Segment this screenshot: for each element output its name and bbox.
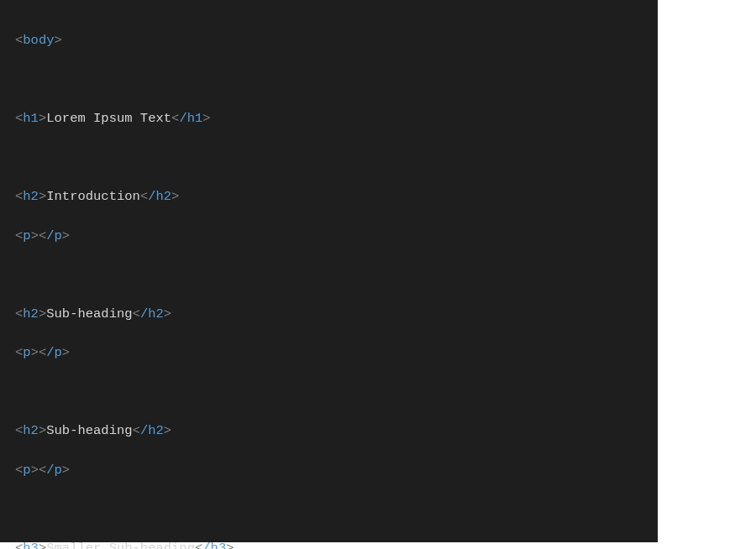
blank-line: [15, 383, 643, 402]
code-line: <h2>Introduction</h2>: [15, 187, 643, 207]
blank-line: [15, 149, 643, 168]
blank-line: [15, 499, 643, 519]
code-editor[interactable]: <body> <h1>Lorem Ipsum Text</h1> <h2>Int…: [0, 0, 658, 542]
code-line: <body>: [15, 31, 643, 50]
code-line: <p></p>: [15, 461, 643, 480]
code-line: <p></p>: [15, 227, 643, 246]
code-line: <h1>Lorem Ipsum Text</h1>: [15, 109, 643, 128]
code-line: <h2>Sub-heading</h2>: [15, 421, 643, 441]
code-line: <p></p>: [15, 343, 643, 363]
blank-line: [15, 71, 643, 90]
code-line: <h2>Sub-heading</h2>: [15, 305, 643, 324]
blank-line: [15, 265, 643, 285]
code-line: <h3>Smaller Sub-heading</h3>: [15, 539, 643, 549]
